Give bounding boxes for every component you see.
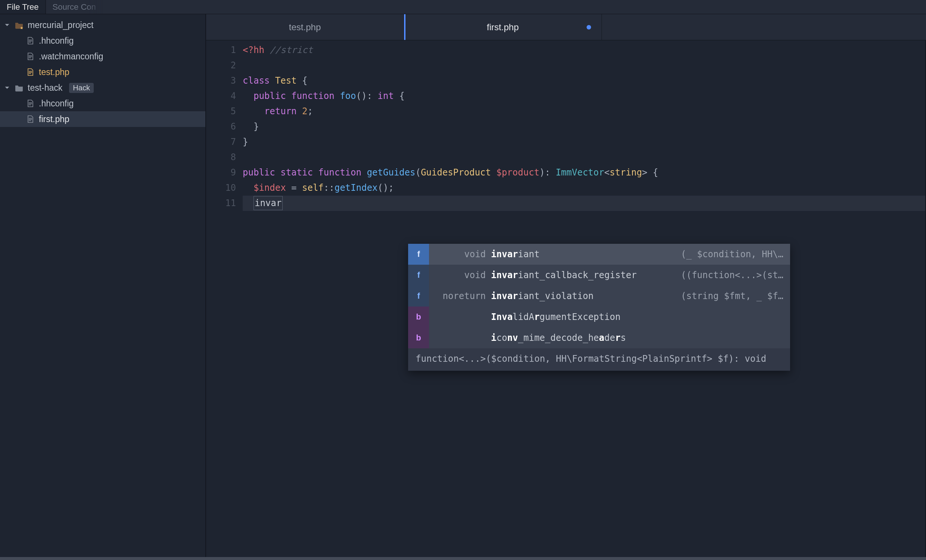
completion-signature: (_ $condition, HH\… xyxy=(681,249,784,259)
completion-kind-function-icon: f xyxy=(408,286,429,307)
tree-file-label: .hhconfig xyxy=(39,98,74,109)
code-line[interactable]: return 2; xyxy=(243,104,925,119)
completion-kind-builtin-icon: b xyxy=(408,327,429,348)
completion-name: iconv_mime_decode_headers xyxy=(491,333,783,343)
tree-file-label: .watchmanconfig xyxy=(39,51,103,62)
file-icon xyxy=(26,114,35,124)
file-icon xyxy=(26,98,35,108)
editor-tab-label: test.php xyxy=(289,22,321,32)
code-line-current[interactable]: invar xyxy=(243,196,925,211)
code-line[interactable]: } xyxy=(243,135,925,150)
autocomplete-item[interactable]: f noreturn invariant_violation (string $… xyxy=(408,286,790,307)
tree-folder-mercurial-project[interactable]: mercurial_project xyxy=(0,17,205,33)
autocomplete-popup: f void invariant (_ $condition, HH\… f v… xyxy=(408,244,790,371)
chevron-down-icon xyxy=(4,84,11,91)
code-line[interactable] xyxy=(243,58,925,73)
language-badge: Hack xyxy=(69,83,94,93)
autocomplete-item[interactable]: f void invariant (_ $condition, HH\… xyxy=(408,244,790,265)
tree-file-label: test.php xyxy=(39,67,70,77)
editor-tab-first-php[interactable]: first.php xyxy=(404,14,602,40)
code-line[interactable]: <?hh //strict xyxy=(243,42,925,58)
editor-tab-test-php[interactable]: test.php xyxy=(206,14,404,40)
editor-body[interactable]: 1 2 3 4 5 6 7 8 9 10 11 <?hh //strict cl… xyxy=(206,40,926,557)
tree-file-label: .hhconfig xyxy=(39,36,74,46)
completion-name: invariant xyxy=(491,249,681,259)
autocomplete-item[interactable]: b InvalidArgumentException xyxy=(408,307,790,327)
repo-folder-icon xyxy=(14,20,24,30)
code-line[interactable]: public static function getGuides(GuidesP… xyxy=(243,165,925,180)
file-tree-sidebar: mercurial_project .hhconfig .watchmancon… xyxy=(0,14,206,557)
completion-kind-function-icon: f xyxy=(408,244,429,265)
file-icon xyxy=(26,67,35,77)
left-panel-tabs: File Tree Source Con xyxy=(0,0,926,14)
line-number-gutter: 1 2 3 4 5 6 7 8 9 10 11 xyxy=(206,40,243,557)
code-line[interactable] xyxy=(243,150,925,165)
file-icon xyxy=(26,36,35,45)
completion-return-type: noreturn xyxy=(429,291,491,301)
completion-name: invariant_violation xyxy=(491,291,681,301)
main-split: mercurial_project .hhconfig .watchmancon… xyxy=(0,14,926,557)
tree-file-watchmanconfig[interactable]: .watchmanconfig xyxy=(0,48,205,64)
completion-return-type: void xyxy=(429,249,491,259)
code-line[interactable]: class Test { xyxy=(243,73,925,88)
autocomplete-item[interactable]: f void invariant_callback_register ((fun… xyxy=(408,265,790,286)
completion-signature: ((function<...>(st… xyxy=(681,270,784,280)
tree-file-first-php[interactable]: first.php xyxy=(0,111,205,127)
tree-file-label: first.php xyxy=(39,114,70,124)
chevron-down-icon xyxy=(4,22,11,28)
tree-file-hhconfig-2[interactable]: .hhconfig xyxy=(0,95,205,111)
completion-signature: (string $fmt, _ $f… xyxy=(681,291,784,301)
completion-kind-function-icon: f xyxy=(408,265,429,286)
tab-source-control[interactable]: Source Con xyxy=(46,0,103,14)
tree-folder-label: mercurial_project xyxy=(28,20,93,30)
tab-file-tree[interactable]: File Tree xyxy=(0,0,46,14)
tree-folder-label: test-hack xyxy=(28,83,62,93)
tree-file-hhconfig-1[interactable]: .hhconfig xyxy=(0,33,205,48)
bottom-seam xyxy=(0,557,926,560)
completion-name: invariant_callback_register xyxy=(491,270,681,280)
autocomplete-item[interactable]: b iconv_mime_decode_headers xyxy=(408,327,790,348)
editor-pane: test.php first.php 1 2 3 4 5 6 7 8 9 xyxy=(206,14,926,557)
tree-file-test-php[interactable]: test.php xyxy=(0,64,205,80)
code-line[interactable]: $index = self::getIndex(); xyxy=(243,180,925,196)
file-icon xyxy=(26,51,35,61)
completion-return-type: void xyxy=(429,270,491,280)
autocomplete-doc: function<...>($condition, HH\FormatStrin… xyxy=(408,348,790,371)
completion-kind-builtin-icon: b xyxy=(408,307,429,327)
typed-token[interactable]: invar xyxy=(254,196,283,210)
completion-name: InvalidArgumentException xyxy=(491,312,783,322)
unsaved-indicator-icon xyxy=(587,25,591,29)
editor-tab-label: first.php xyxy=(487,22,519,32)
editor-tabs: test.php first.php xyxy=(206,14,926,40)
code-line[interactable]: } xyxy=(243,119,925,135)
code-line[interactable]: public function foo(): int { xyxy=(243,88,925,104)
folder-icon xyxy=(14,83,24,92)
tree-folder-test-hack[interactable]: test-hack Hack xyxy=(0,80,205,95)
